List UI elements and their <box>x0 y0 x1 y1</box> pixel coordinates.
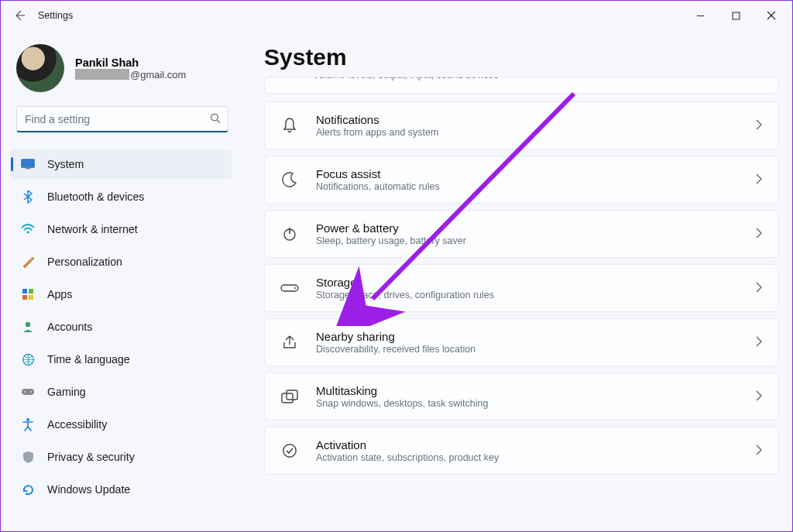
card-title: Power & battery <box>316 221 756 235</box>
sidebar-item-personalization[interactable]: Personalization <box>10 247 232 276</box>
chevron-right-icon <box>756 390 762 403</box>
card-subtitle: Volume levels, output, input, sound devi… <box>313 77 499 81</box>
share-icon <box>280 333 299 352</box>
settings-card-activation[interactable]: Activation Activation state, subscriptio… <box>264 427 778 475</box>
chevron-right-icon <box>756 444 762 458</box>
svg-rect-10 <box>29 289 33 293</box>
svg-point-13 <box>26 322 30 327</box>
card-subtitle: Notifications, automatic rules <box>316 181 756 192</box>
chevron-right-icon <box>756 119 762 132</box>
sidebar-item-label: System <box>47 158 84 170</box>
sidebar-item-label: Accounts <box>47 321 92 333</box>
svg-point-18 <box>26 418 29 421</box>
redacted-email-handle <box>75 69 129 80</box>
close-button[interactable] <box>754 2 789 29</box>
profile-email: @gmail.com <box>75 69 186 81</box>
sidebar-item-label: Apps <box>47 288 72 300</box>
minimize-button[interactable] <box>682 2 718 29</box>
svg-rect-6 <box>22 160 35 168</box>
update-icon <box>21 482 35 496</box>
sidebar-item-label: Personalization <box>47 256 122 268</box>
card-title: Activation <box>316 438 756 451</box>
chevron-right-icon <box>756 228 762 241</box>
shield-icon <box>21 450 35 464</box>
moon-icon <box>280 170 299 189</box>
sidebar-item-label: Privacy & security <box>47 451 135 463</box>
sidebar-item-label: Network & internet <box>47 223 138 235</box>
settings-card-power[interactable]: Power & battery Sleep, battery usage, ba… <box>264 210 778 258</box>
svg-rect-15 <box>22 389 34 395</box>
svg-rect-11 <box>22 295 27 300</box>
card-subtitle: Sleep, battery usage, battery saver <box>316 235 756 246</box>
sidebar-item-bluetooth[interactable]: Bluetooth & devices <box>10 182 232 211</box>
svg-point-8 <box>26 231 29 233</box>
profile-block[interactable]: Pankil Shah @gmail.com <box>16 44 232 92</box>
settings-card-multitasking[interactable]: Multitasking Snap windows, desktops, tas… <box>264 372 778 420</box>
window-controls <box>682 2 789 29</box>
svg-point-25 <box>283 444 296 457</box>
card-subtitle: Activation state, subscriptions, product… <box>316 452 756 463</box>
svg-rect-23 <box>282 393 293 403</box>
check-circle-icon <box>280 441 299 460</box>
paintbrush-icon <box>21 255 35 269</box>
bell-icon <box>280 116 299 135</box>
multitask-icon <box>280 387 299 406</box>
storage-icon <box>280 279 299 297</box>
card-title: Notifications <box>316 113 756 126</box>
sidebar: Pankil Shah @gmail.com System Bluetooth … <box>1 30 239 532</box>
chevron-right-icon <box>756 173 762 187</box>
clock-globe-icon <box>21 352 35 366</box>
svg-rect-1 <box>733 12 740 19</box>
gamepad-icon <box>21 385 35 399</box>
main-content: System Volume levels, output, input, sou… <box>239 30 792 532</box>
accessibility-icon <box>21 417 35 431</box>
settings-card-nearby[interactable]: Nearby sharing Discoverability, received… <box>264 318 778 366</box>
maximize-button[interactable] <box>718 2 754 29</box>
sidebar-item-label: Bluetooth & devices <box>47 190 144 203</box>
sidebar-item-time[interactable]: Time & language <box>10 345 232 374</box>
card-title: Focus assist <box>316 167 756 180</box>
window-title: Settings <box>38 10 73 21</box>
sidebar-item-label: Accessibility <box>47 418 107 431</box>
settings-card-sound-partial[interactable]: Volume levels, output, input, sound devi… <box>264 77 778 94</box>
svg-point-22 <box>294 287 296 289</box>
arrow-left-icon <box>13 9 26 22</box>
card-title: Storage <box>316 276 756 289</box>
settings-card-focus[interactable]: Focus assist Notifications, automatic ru… <box>264 156 778 204</box>
svg-rect-9 <box>22 289 27 293</box>
maximize-icon <box>732 12 740 20</box>
sidebar-item-update[interactable]: Windows Update <box>10 475 232 504</box>
search-input[interactable] <box>16 106 228 132</box>
svg-point-17 <box>30 391 32 393</box>
sidebar-item-apps[interactable]: Apps <box>10 280 232 309</box>
sidebar-item-label: Gaming <box>47 386 86 398</box>
settings-card-storage[interactable]: Storage Storage space, drives, configura… <box>264 264 778 312</box>
sidebar-item-label: Time & language <box>47 353 130 366</box>
sidebar-item-gaming[interactable]: Gaming <box>10 377 232 407</box>
wifi-icon <box>21 222 35 236</box>
svg-rect-24 <box>287 390 297 400</box>
sidebar-nav: System Bluetooth & devices Network & int… <box>10 149 232 504</box>
card-subtitle: Discoverability, received files location <box>316 344 756 355</box>
profile-name: Pankil Shah <box>75 57 186 69</box>
svg-rect-7 <box>26 168 30 169</box>
titlebar: Settings <box>1 1 792 30</box>
sidebar-item-network[interactable]: Network & internet <box>10 215 232 244</box>
svg-point-4 <box>211 114 218 121</box>
svg-point-16 <box>24 391 26 393</box>
display-icon <box>21 157 35 171</box>
sidebar-item-privacy[interactable]: Privacy & security <box>10 442 232 472</box>
minimize-icon <box>696 12 705 20</box>
page-title: System <box>264 44 778 70</box>
card-subtitle: Snap windows, desktops, task switching <box>316 398 756 409</box>
apps-icon <box>21 287 35 301</box>
sidebar-item-system[interactable]: System <box>10 149 232 179</box>
back-button[interactable] <box>4 1 35 30</box>
settings-card-notifications[interactable]: Notifications Alerts from apps and syste… <box>264 101 778 149</box>
person-icon <box>21 320 35 334</box>
sidebar-item-accessibility[interactable]: Accessibility <box>10 410 232 439</box>
svg-rect-12 <box>29 295 33 300</box>
sidebar-item-accounts[interactable]: Accounts <box>10 312 232 342</box>
chevron-right-icon <box>756 336 762 349</box>
svg-line-5 <box>217 120 220 123</box>
